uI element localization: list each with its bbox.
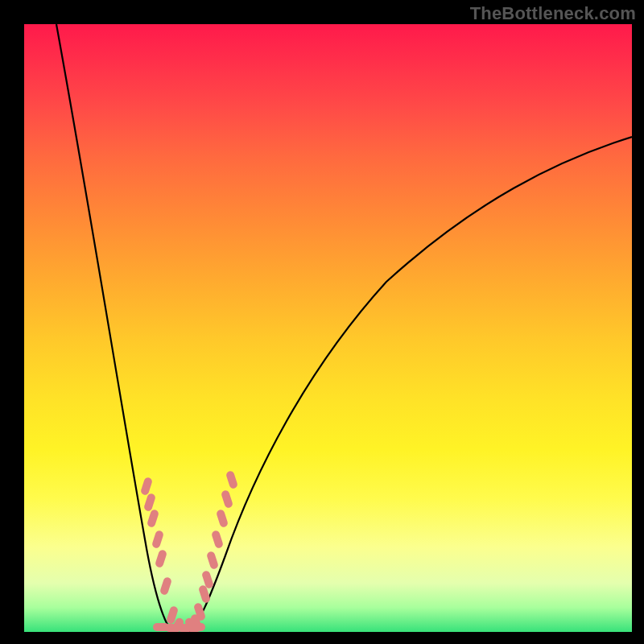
- svg-rect-1: [143, 493, 156, 512]
- svg-rect-0: [140, 477, 153, 496]
- svg-rect-19: [216, 509, 229, 528]
- svg-rect-20: [221, 489, 233, 509]
- curve-svg: [24, 24, 632, 632]
- svg-rect-17: [206, 551, 219, 570]
- svg-rect-21: [225, 470, 238, 489]
- plot-area: [24, 24, 632, 632]
- svg-rect-2: [147, 509, 159, 528]
- watermark-text: TheBottleneck.com: [470, 3, 636, 24]
- marker-group-right: [184, 470, 238, 632]
- curve-right-branch: [189, 137, 632, 632]
- chart-container: TheBottleneck.com: [0, 0, 644, 644]
- svg-rect-5: [159, 576, 172, 596]
- svg-rect-4: [155, 549, 167, 568]
- svg-rect-18: [211, 530, 224, 549]
- svg-rect-3: [151, 530, 164, 549]
